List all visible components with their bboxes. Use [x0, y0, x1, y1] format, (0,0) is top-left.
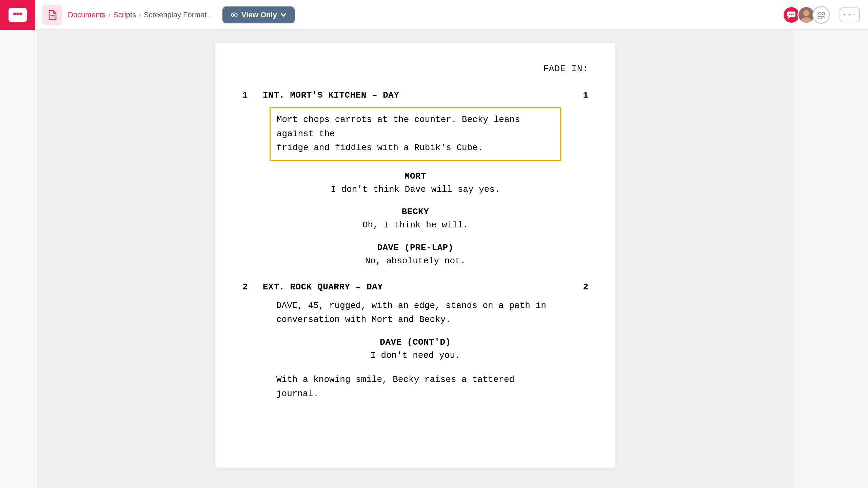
character-becky: BECKY [242, 207, 588, 217]
scene-block-1: 1 INT. MORT'S KITCHEN – DAY 1 Mort chops… [242, 90, 588, 268]
scene-block-2: 2 EXT. ROCK QUARRY – DAY 2 DAVE, 45, rug… [242, 282, 588, 401]
svg-point-15 [818, 12, 821, 15]
avatar-people[interactable] [812, 6, 830, 24]
svg-point-3 [19, 13, 22, 15]
screenplay-page: FADE IN: 1 INT. MORT'S KITCHEN – DAY 1 M… [215, 43, 615, 468]
topbar-right: ··· [783, 6, 860, 24]
dialogue-dave-contd: I don't need you. [242, 349, 588, 363]
breadcrumb: Documents › Scripts › Screenplay Format … [68, 11, 213, 19]
chevron-down-icon [280, 12, 287, 18]
scene-number-left-2: 2 [242, 282, 256, 292]
left-sidebar [0, 30, 37, 488]
dialogue-dave-prelap: No, absolutely not. [242, 254, 588, 268]
action-block-1-highlighted: Mort chops carrots at the counter. Becky… [270, 107, 561, 161]
right-panel [793, 30, 868, 488]
dialogue-mort: I don't think Dave will say yes. [242, 183, 588, 197]
doc-icon-button[interactable] [42, 5, 62, 25]
character-dave-contd: DAVE (CONT'D) [242, 337, 588, 347]
scene-number-right-1: 1 [575, 90, 588, 100]
topbar: Documents › Scripts › Screenplay Format … [0, 0, 868, 30]
svg-point-2 [16, 13, 19, 15]
app-logo[interactable] [0, 0, 35, 30]
svg-point-9 [789, 14, 790, 15]
breadcrumb-sep-2: › [139, 11, 141, 19]
main-content: FADE IN: 1 INT. MORT'S KITCHEN – DAY 1 M… [37, 30, 793, 488]
fade-in: FADE IN: [242, 64, 588, 74]
scene-heading-row-2: 2 EXT. ROCK QUARRY – DAY 2 [242, 282, 588, 292]
breadcrumb-current: Screenplay Format .. [144, 11, 213, 19]
svg-point-7 [233, 14, 235, 16]
breadcrumb-documents[interactable]: Documents [68, 11, 105, 19]
scene-number-right-2: 2 [575, 282, 588, 292]
svg-point-13 [803, 10, 809, 16]
character-mort: MORT [242, 171, 588, 181]
action-block-2b: With a knowing smile, Becky raises a tat… [276, 373, 554, 401]
character-dave-prelap: DAVE (PRE-LAP) [242, 243, 588, 253]
scene-heading-row-1: 1 INT. MORT'S KITCHEN – DAY 1 [242, 90, 588, 100]
svg-point-10 [791, 14, 792, 15]
avatar-group [783, 6, 830, 24]
eye-icon [231, 11, 238, 19]
more-button[interactable]: ··· [840, 7, 860, 22]
view-only-button[interactable]: View Only [222, 6, 295, 23]
svg-point-11 [792, 14, 794, 15]
svg-point-16 [818, 16, 822, 19]
scene-number-left-1: 1 [242, 90, 256, 100]
scene-heading-2: EXT. ROCK QUARRY – DAY [256, 282, 575, 292]
breadcrumb-scripts[interactable]: Scripts [113, 11, 136, 19]
svg-point-17 [822, 12, 825, 15]
svg-point-1 [13, 13, 16, 15]
main-layout: FADE IN: 1 INT. MORT'S KITCHEN – DAY 1 M… [0, 30, 868, 488]
dialogue-becky: Oh, I think he will. [242, 218, 588, 232]
action-block-2: DAVE, 45, rugged, with an edge, stands o… [276, 299, 554, 327]
svg-point-14 [802, 17, 811, 23]
breadcrumb-sep-1: › [108, 11, 111, 19]
scene-heading-1: INT. MORT'S KITCHEN – DAY [256, 90, 575, 100]
